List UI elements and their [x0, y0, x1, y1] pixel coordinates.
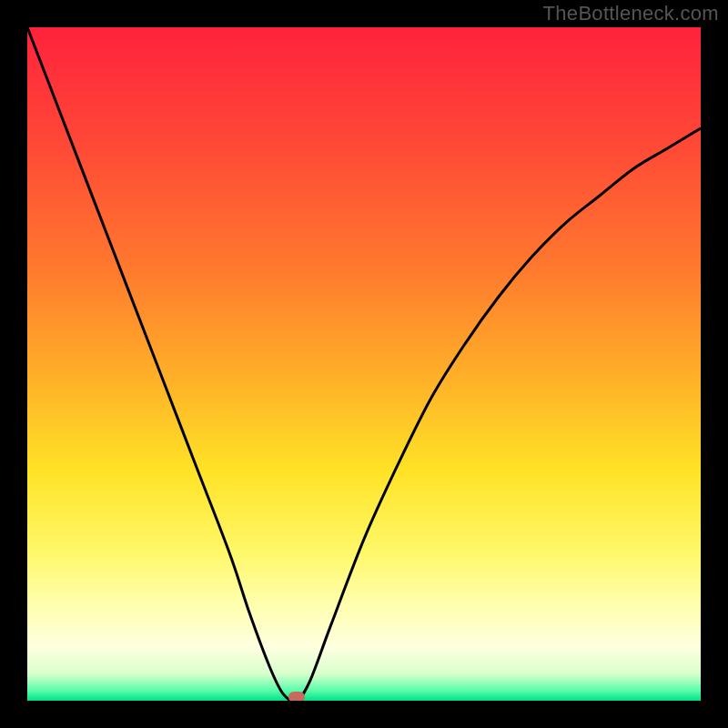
watermark-text: TheBottleneck.com — [543, 2, 719, 25]
chart-frame: TheBottleneck.com — [0, 0, 728, 728]
plot-area — [27, 27, 701, 701]
optimal-marker — [288, 692, 305, 701]
chart-background — [27, 27, 701, 701]
chart-svg — [27, 27, 701, 701]
